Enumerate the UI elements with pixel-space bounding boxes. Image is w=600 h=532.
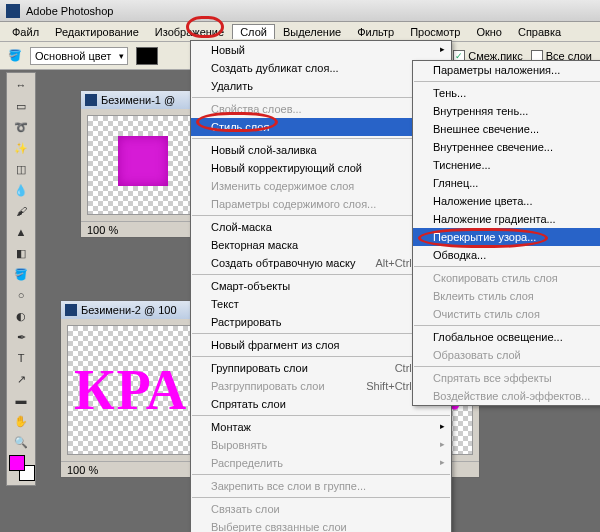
menu-Слой[interactable]: Слой (232, 24, 275, 39)
menu-Окно[interactable]: Окно (468, 24, 510, 40)
menubar[interactable]: ФайлРедактированиеИзображениеСлойВыделен… (0, 22, 600, 42)
menu-item[interactable]: Внешнее свечение... (413, 120, 600, 138)
doc-icon (85, 94, 97, 106)
pen-tool[interactable]: ✒ (9, 327, 33, 347)
stamp-tool[interactable]: ▲ (9, 222, 33, 242)
menu-item[interactable]: Монтаж (191, 418, 451, 436)
canvas-text-left: КРА (74, 362, 188, 418)
menu-item: Закрепить все слои в группе... (191, 477, 451, 495)
menu-item: Выберите связанные слои (191, 518, 451, 532)
eyedropper-tool[interactable]: 💧 (9, 180, 33, 200)
menu-item: Скопировать стиль слоя (413, 269, 600, 287)
menu-item: Распределить (191, 454, 451, 472)
marquee-tool[interactable]: ▭ (9, 96, 33, 116)
menu-item[interactable]: Тень... (413, 84, 600, 102)
menu-item[interactable]: Новый (191, 41, 451, 59)
type-tool[interactable]: T (9, 348, 33, 368)
menu-Просмотр[interactable]: Просмотр (402, 24, 468, 40)
menu-item[interactable]: Наложение цвета... (413, 192, 600, 210)
menu-item[interactable]: Внутренняя тень... (413, 102, 600, 120)
toolbox[interactable]: ↔ ▭ ➰ ✨ ◫ 💧 🖌 ▲ ◧ 🪣 ○ ◐ ✒ T ↗ ▬ ✋ 🔍 (6, 72, 36, 486)
bucket-tool[interactable]: 🪣 (9, 264, 33, 284)
menu-Файл[interactable]: Файл (4, 24, 47, 40)
menu-Изображение[interactable]: Изображение (147, 24, 232, 40)
crop-tool[interactable]: ◫ (9, 159, 33, 179)
menu-Справка[interactable]: Справка (510, 24, 569, 40)
bucket-icon: 🪣 (8, 49, 22, 62)
color-swatch[interactable] (136, 47, 158, 65)
menu-item[interactable]: Наложение градиента... (413, 210, 600, 228)
menu-item[interactable]: Параметры наложения... (413, 61, 600, 79)
menu-item[interactable]: Глянец... (413, 174, 600, 192)
menu-Фильтр[interactable]: Фильтр (349, 24, 402, 40)
shape-tool[interactable]: ▬ (9, 390, 33, 410)
menu-item[interactable]: Глобальное освещение... (413, 328, 600, 346)
menu-Выделение[interactable]: Выделение (275, 24, 349, 40)
menu-item[interactable]: Перекрытие узора... (413, 228, 600, 246)
titlebar: Adobe Photoshop (0, 0, 600, 22)
app-icon (6, 4, 20, 18)
menu-item: Связать слои (191, 500, 451, 518)
menu-item[interactable]: Обводка... (413, 246, 600, 264)
color-swap[interactable] (9, 455, 35, 481)
fill-mode-dropdown[interactable]: Основной цвет (30, 47, 128, 65)
menu-Редактирование[interactable]: Редактирование (47, 24, 147, 40)
move-tool[interactable]: ↔ (9, 75, 33, 95)
menu-item[interactable]: Внутреннее свечение... (413, 138, 600, 156)
app-title: Adobe Photoshop (26, 5, 113, 17)
hand-tool[interactable]: ✋ (9, 411, 33, 431)
menu-item: Спрятать все эффекты (413, 369, 600, 387)
menu-item: Очистить стиль слоя (413, 305, 600, 323)
dodge-tool[interactable]: ◐ (9, 306, 33, 326)
layer-style-submenu[interactable]: Параметры наложения...Тень...Внутренняя … (412, 60, 600, 406)
doc-icon (65, 304, 77, 316)
brush-tool[interactable]: 🖌 (9, 201, 33, 221)
zoom-tool[interactable]: 🔍 (9, 432, 33, 452)
lasso-tool[interactable]: ➰ (9, 117, 33, 137)
menu-item: Воздействие слой-эффектов... (413, 387, 600, 405)
blur-tool[interactable]: ○ (9, 285, 33, 305)
menu-item: Выровнять (191, 436, 451, 454)
menu-item: Вклеить стиль слоя (413, 287, 600, 305)
menu-item: Образовать слой (413, 346, 600, 364)
path-tool[interactable]: ↗ (9, 369, 33, 389)
eraser-tool[interactable]: ◧ (9, 243, 33, 263)
menu-item[interactable]: Тиснение... (413, 156, 600, 174)
wand-tool[interactable]: ✨ (9, 138, 33, 158)
